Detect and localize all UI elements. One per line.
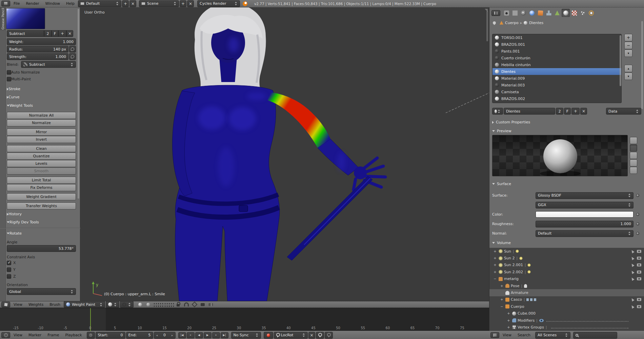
editor-type-info-button[interactable] (1, 1, 10, 6)
add-material-button[interactable] (571, 108, 580, 115)
help-menu[interactable]: Help (63, 1, 77, 6)
material-slot-row[interactable]: Material.009 (492, 75, 621, 82)
pin-icon[interactable] (492, 21, 497, 25)
preview-cube-icon[interactable] (630, 152, 637, 159)
outliner-row[interactable]: + Vertex Groups | (489, 324, 644, 331)
expand-toggle-icon[interactable]: + (493, 256, 497, 260)
jump-end-icon[interactable] (221, 332, 228, 338)
breadcrumb-material[interactable]: Dientes (529, 21, 543, 25)
rigify-panel-header[interactable]: Rigify Dev Tools (7, 220, 76, 224)
timeline-frame-menu[interactable]: Frame (45, 333, 62, 337)
layers-a-icon[interactable] (153, 302, 163, 307)
restrict-render-icon[interactable] (637, 257, 641, 260)
outliner-item-label[interactable]: Sun 2 (504, 256, 515, 260)
snap-magnet-icon[interactable] (182, 302, 190, 307)
constraint-axis-row[interactable]: Y (7, 267, 76, 272)
outliner-row[interactable]: + Pose | (489, 282, 644, 289)
add-slot-icon[interactable] (624, 34, 632, 41)
restrict-render-icon[interactable] (637, 271, 641, 274)
preview-flat-icon[interactable] (630, 137, 637, 144)
mode-dropdown[interactable]: Weight Paint (64, 301, 105, 308)
material-slot-row[interactable]: TORSO.001 (492, 34, 621, 41)
outliner-row[interactable]: Armature (489, 289, 644, 296)
node-socket-icon[interactable] (636, 222, 639, 225)
restrict-render-icon[interactable] (637, 263, 641, 266)
material-slot-row[interactable]: Cuerto cinturón (492, 55, 621, 61)
timeline-playback-menu[interactable]: Playback (62, 333, 84, 337)
weight-tool-button[interactable]: Invert (7, 136, 76, 143)
volume-header[interactable]: Volume (492, 241, 511, 245)
outliner-row[interactable]: − Cuerpo (489, 303, 644, 310)
restrict-select-icon[interactable] (630, 256, 635, 260)
preview-header[interactable]: Preview (492, 129, 511, 133)
preview-hair-icon[interactable] (630, 167, 637, 174)
viewport-canvas[interactable]: y (80, 7, 489, 301)
blend-mode-dropdown[interactable]: Subtract (21, 61, 76, 68)
weight-tools-panel-header[interactable]: Weight Tools (7, 103, 76, 108)
curve-panel-header[interactable]: Curve (7, 95, 76, 99)
play-icon[interactable] (204, 332, 212, 338)
outliner-row[interactable]: + Sun | (489, 248, 644, 255)
auto-normalize-row[interactable]: Auto Normalize (7, 70, 76, 75)
expand-toggle-icon[interactable]: + (506, 319, 511, 322)
outliner-item-label[interactable]: Modifiers (518, 318, 535, 323)
weights-menu[interactable]: Weights (26, 302, 46, 307)
restrict-select-icon[interactable] (630, 249, 635, 253)
restrict-render-icon[interactable] (637, 298, 641, 301)
outliner-row[interactable]: + Sun 2.001 | (489, 262, 644, 268)
auto-normalize-checkbox[interactable] (7, 70, 11, 75)
view-menu[interactable]: View (11, 302, 25, 307)
current-frame-field[interactable]: 0 (154, 332, 176, 339)
jump-start-icon[interactable] (178, 332, 186, 338)
brush-name-field[interactable]: Subtract (7, 30, 44, 37)
editor-type-view3d-button[interactable] (1, 302, 10, 307)
properties-tab[interactable] (511, 9, 519, 17)
weight-tool-button[interactable]: Limit Total (7, 177, 76, 184)
snap-element-icon[interactable] (190, 302, 199, 307)
delete-keyframe-button[interactable] (325, 332, 333, 339)
outliner-item-label[interactable]: Sun 2.001 (504, 263, 523, 267)
restrict-render-icon[interactable] (637, 277, 641, 280)
redo-panel-header[interactable]: Rotate (7, 231, 76, 236)
next-key-icon[interactable] (212, 332, 220, 338)
material-slot-row[interactable]: Material.003 (492, 82, 621, 88)
outliner-item-label[interactable]: Cube.000 (518, 311, 536, 316)
outliner-item-label[interactable]: Vertex Groups (518, 325, 544, 330)
restrict-select-icon[interactable] (630, 277, 635, 281)
outliner-item-label[interactable]: Casco (511, 297, 522, 302)
outliner-search-menu[interactable]: Search (515, 333, 533, 337)
weight-tool-button[interactable]: Clean (7, 145, 76, 152)
frame-step-right-icon[interactable] (172, 333, 173, 337)
move-slot-down-icon[interactable] (624, 73, 632, 80)
material-slot-row[interactable]: BRAZOS.001 (492, 41, 621, 48)
properties-scrollbar[interactable] (641, 21, 643, 109)
preview-sphere-icon[interactable] (630, 144, 637, 152)
record-button[interactable] (264, 332, 273, 339)
brush-fake-user-button[interactable]: F (52, 30, 58, 37)
outliner-view-menu[interactable]: View (500, 333, 514, 337)
opengl-anim-icon[interactable] (207, 302, 215, 307)
expand-toggle-icon[interactable]: − (500, 305, 504, 308)
strength-pressure-toggle[interactable] (69, 53, 76, 60)
frame-end-field[interactable]: End: 5 (126, 332, 153, 339)
tool-shelf-scrollbar[interactable] (78, 9, 79, 199)
restrict-render-icon[interactable] (637, 305, 641, 308)
opengl-render-icon[interactable] (199, 302, 207, 307)
constraint-axis-row[interactable]: X (7, 261, 76, 265)
paint-mask-face-icon[interactable] (136, 302, 144, 307)
material-slot-row[interactable]: Pants.001 (492, 48, 621, 55)
render-engine-selector[interactable]: Cycles Render (197, 0, 240, 7)
material-name-field[interactable]: Dientes (504, 108, 555, 115)
outliner-item-label[interactable]: Cuerpo (511, 304, 524, 309)
node-socket-icon[interactable] (636, 194, 639, 197)
brush-preview-thumbnail[interactable] (6, 8, 45, 29)
expand-toggle-icon[interactable]: + (506, 312, 511, 315)
outliner-item-label[interactable]: Sun 2.002 (504, 270, 523, 274)
outliner-row[interactable]: + Sun 2.002 | (489, 268, 644, 275)
weight-tool-button[interactable]: Normalize (7, 119, 76, 126)
multi-paint-checkbox[interactable] (7, 77, 11, 81)
window-menu[interactable]: Window (43, 1, 63, 6)
weight-tool-button[interactable]: Transfer Weights (7, 202, 76, 210)
browse-material-dropdown[interactable] (492, 108, 503, 115)
editor-type-timeline-button[interactable] (1, 332, 10, 338)
